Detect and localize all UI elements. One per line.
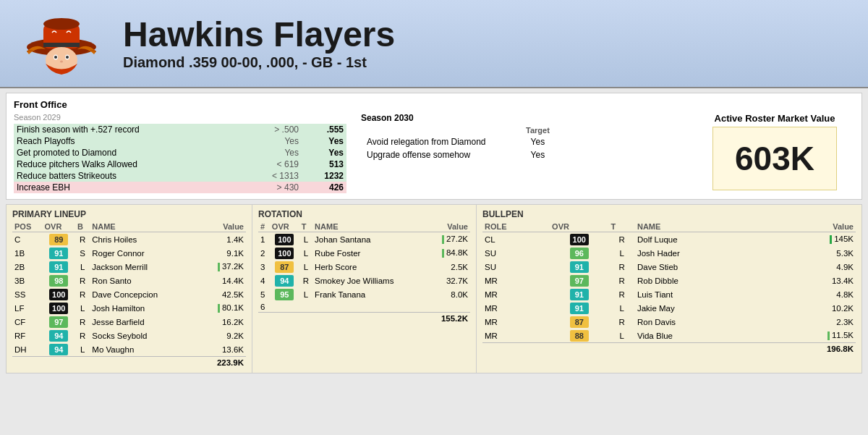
bullpen-row: CL 100 R Dolf Luque 145K — [482, 232, 856, 247]
bullpen-name: Rob Dibble — [635, 274, 754, 287]
team-name: Hawkins Flayers — [123, 16, 395, 54]
bullpen-hand-header: T — [609, 221, 635, 232]
fo-goal: Get promoted to Diamond — [14, 147, 244, 159]
player-name: Mo Vaughn — [90, 342, 190, 357]
fo-right: Season 2030 Target Avoid relegation from… — [361, 113, 563, 193]
player-pos: 1B — [12, 246, 43, 260]
lineup-title: PRIMARY LINEUP — [12, 209, 246, 219]
bullpen-row: MR 91 L Jakie May 10.2K — [482, 301, 856, 315]
value-bar — [218, 304, 220, 313]
rotation-row: 4 94 R Smokey Joe Williams 32.7K — [258, 274, 470, 287]
rotation-row: 2 100 L Rube Foster 84.8K — [258, 246, 470, 260]
rotation-name: Rube Foster — [312, 246, 419, 260]
player-ovr: 100 — [43, 287, 75, 301]
rotation-ovr: 87 — [270, 260, 299, 274]
bullpen-name: Vida Blue — [635, 329, 754, 343]
player-value: 37.2K — [190, 260, 246, 274]
bullpen-role: MR — [482, 287, 550, 301]
player-name: Roger Connor — [90, 246, 190, 260]
rotation-value: 84.8K — [420, 246, 470, 260]
rotation-name: Smokey Joe Williams — [312, 274, 419, 287]
lineup-row: CF 97 R Jesse Barfield 16.2K — [12, 315, 246, 329]
lineup-row: C 89 R Chris Hoiles 1.4K — [12, 232, 246, 247]
bullpen-row: SU 96 L Josh Hader 5.3K — [482, 246, 856, 260]
team-info: Hawkins Flayers Diamond .359 00-00, .000… — [123, 16, 395, 71]
season2030-label: Season 2030 — [361, 113, 563, 123]
fo-target: > .500 — [244, 124, 302, 135]
lineup-row: DH 94 L Mo Vaughn 13.6K — [12, 342, 246, 357]
player-hand: L — [75, 342, 90, 357]
player-ovr: 94 — [43, 329, 75, 342]
fo-goal: Finish season with +.527 record — [14, 124, 244, 135]
fo-goal-2030: Upgrade offense somehow — [361, 148, 520, 161]
fo-target: Yes — [244, 147, 302, 159]
team-subtitle: Diamond .359 00-00, .000, - GB - 1st — [123, 54, 395, 71]
rotation-num-header: # — [258, 221, 270, 232]
player-pos: C — [12, 232, 43, 247]
rotation-title: ROTATION — [258, 209, 470, 219]
player-pos: CF — [12, 315, 43, 329]
rotation-name: Johan Santana — [312, 232, 419, 247]
player-name: Chris Hoiles — [90, 232, 190, 247]
player-value: 80.1K — [190, 301, 246, 315]
rotation-total-label — [258, 313, 420, 324]
bullpen-ovr: 87 — [550, 315, 608, 329]
lineup-row: RF 94 R Socks Seybold 9.2K — [12, 329, 246, 342]
player-ovr: 97 — [43, 315, 75, 329]
rotation-hand: L — [299, 246, 312, 260]
fo-left: Season 2029 Finish season with +.527 rec… — [14, 113, 346, 193]
player-value: 14.4K — [190, 274, 246, 287]
bullpen-hand: R — [609, 274, 635, 287]
fo-target: < 1313 — [244, 170, 302, 182]
rotation-total-row: 155.2K — [258, 313, 470, 324]
value-bar — [830, 235, 832, 244]
player-hand: R — [75, 287, 90, 301]
bullpen-hand: R — [609, 315, 635, 329]
lineup-row: 3B 98 R Ron Santo 14.4K — [12, 274, 246, 287]
bullpen-value: 10.2K — [754, 301, 856, 315]
team-logo — [14, 7, 109, 80]
player-pos: DH — [12, 342, 43, 357]
bullpen-name: Josh Hader — [635, 246, 754, 260]
rotation-name — [312, 301, 419, 313]
bullpen-value: 4.9K — [754, 260, 856, 274]
player-hand: R — [75, 232, 90, 247]
player-value: 1.4K — [190, 232, 246, 247]
bullpen-row: MR 88 L Vida Blue 11.5K — [482, 329, 856, 343]
rotation-name-header: NAME — [312, 221, 419, 232]
lineup-total-value: 223.9K — [190, 357, 246, 368]
player-value: 9.1K — [190, 246, 246, 260]
rotation-name: Frank Tanana — [312, 287, 419, 301]
lineup-row: LF 100 L Josh Hamilton 80.1K — [12, 301, 246, 315]
rotation-hand: L — [299, 260, 312, 274]
bullpen-value: 5.3K — [754, 246, 856, 260]
bullpen-name-header: NAME — [635, 221, 754, 232]
bullpen-value: 13.4K — [754, 274, 856, 287]
bullpen-role: SU — [482, 246, 550, 260]
player-ovr: 91 — [43, 260, 75, 274]
fo-market: Active Roster Market Value 603K — [695, 113, 854, 193]
value-bar — [218, 263, 220, 271]
goals-2030-table: Target Avoid relegation from Diamond Yes… — [361, 125, 556, 161]
player-hand: L — [75, 260, 90, 274]
player-value: 13.6K — [190, 342, 246, 357]
fo-goal: Increase EBH — [14, 182, 244, 193]
svg-point-8 — [66, 56, 69, 59]
player-pos: 2B — [12, 260, 43, 274]
rotation-row: 5 95 L Frank Tanana 8.0K — [258, 287, 470, 301]
player-hand: L — [75, 301, 90, 315]
lineup-table: POS OVR B NAME Value C 89 R Chris Hoiles… — [12, 221, 246, 368]
lineup-ovr-header: OVR — [43, 221, 75, 232]
target-header: Target — [520, 125, 556, 135]
player-ovr: 89 — [43, 232, 75, 247]
rotation-num: 4 — [258, 274, 270, 287]
rotation-num: 5 — [258, 287, 270, 301]
bullpen-total-row: 196.8K — [482, 343, 856, 355]
rotation-num: 2 — [258, 246, 270, 260]
rotation-table: # OVR T NAME Value 1 100 L Johan Santana… — [258, 221, 470, 324]
fo-target: > 430 — [244, 182, 302, 193]
bullpen-role: CL — [482, 232, 550, 247]
bullpen-ovr: 100 — [550, 232, 608, 247]
fo-goal: Reduce batters Strikeouts — [14, 170, 244, 182]
svg-point-2 — [43, 18, 80, 30]
